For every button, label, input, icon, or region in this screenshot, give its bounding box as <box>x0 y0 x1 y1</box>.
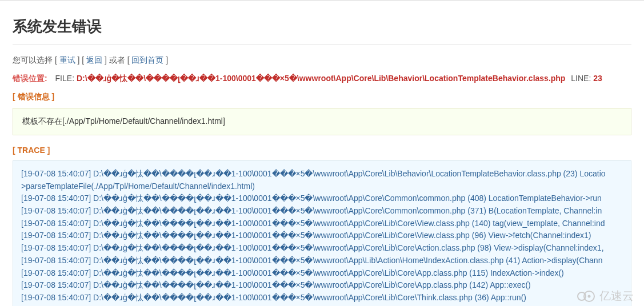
error-info-box: 模板不存在[./App/Tpl/Home/Default/Channel/ind… <box>13 108 631 135</box>
trace-line: [19-07-08 15:40:07] D:\��ɹģ�忲��\����լ��ɹ… <box>21 230 623 242</box>
options-sep2: ] 或者 [ <box>102 55 131 65</box>
back-link[interactable]: 返回 <box>86 55 102 65</box>
trace-line: [19-07-08 15:40:07] D:\��ɹģ�忲��\����լ��ɹ… <box>21 255 623 267</box>
error-page: 系统发生错误 您可以选择 [ 重试 ] [ 返回 ] 或者 [ 回到首页 ] 错… <box>0 0 644 306</box>
trace-line: [19-07-08 15:40:07] D:\��ɹģ�忲��\����լ��ɹ… <box>21 218 623 230</box>
error-info-message: 模板不存在[./App/Tpl/Home/Default/Channel/ind… <box>22 116 225 126</box>
options-sep1: ] [ <box>75 55 86 65</box>
trace-line: [19-07-08 15:40:07] D:\��ɹģ�忲��\����լ��ɹ… <box>21 267 623 280</box>
error-location-line: 错误位置: FILE: D:\��ɹģ�忲��\����լ��ɹ��1-100\… <box>13 74 631 84</box>
trace-line: [19-07-08 15:40:07] D:\��ɹģ�忲��\����լ��ɹ… <box>21 168 623 180</box>
error-line-label: LINE: <box>571 74 593 83</box>
trace-line: [19-07-08 15:40:07] D:\��ɹģ�忲��\����լ��ɹ… <box>21 292 623 304</box>
error-file-path: D:\��ɹģ�忲��\����լ��ɹ��1-100\0001���×5�\w… <box>77 74 566 83</box>
trace-line: [19-07-08 15:40:07] D:\��ɹģ�忲��\����լ��ɹ… <box>21 192 623 205</box>
page-title: 系统发生错误 <box>13 17 631 45</box>
trace-line: [19-07-08 15:40:07] D:\��ɹģ�忲��\����լ��ɹ… <box>21 205 623 218</box>
error-info-label: [ 错误信息 ] <box>13 92 631 102</box>
trace-line: [19-07-08 15:40:07] D:\��ɹģ�忲��\����լ��ɹ… <box>21 279 623 292</box>
error-file-label: FILE: <box>55 74 77 83</box>
trace-line: [19-07-08 15:40:07] D:\��ɹģ�忲��\����լ��ɹ… <box>21 242 623 255</box>
error-line-number: 23 <box>593 74 602 83</box>
home-link[interactable]: 回到首页 <box>131 55 163 65</box>
trace-box: [19-07-08 15:40:07] D:\��ɹģ�忲��\����լ��ɹ… <box>13 160 631 306</box>
options-prefix: 您可以选择 [ <box>13 55 59 65</box>
retry-link[interactable]: 重试 <box>59 55 75 65</box>
trace-label: [ TRACE ] <box>13 146 631 155</box>
options-suffix: ] <box>163 55 168 65</box>
error-location-label: 错误位置: <box>13 74 47 83</box>
options-line: 您可以选择 [ 重试 ] [ 返回 ] 或者 [ 回到首页 ] <box>13 55 631 66</box>
trace-line: >parseTemplateFile(./App/Tpl/Home/Defaul… <box>21 180 623 193</box>
